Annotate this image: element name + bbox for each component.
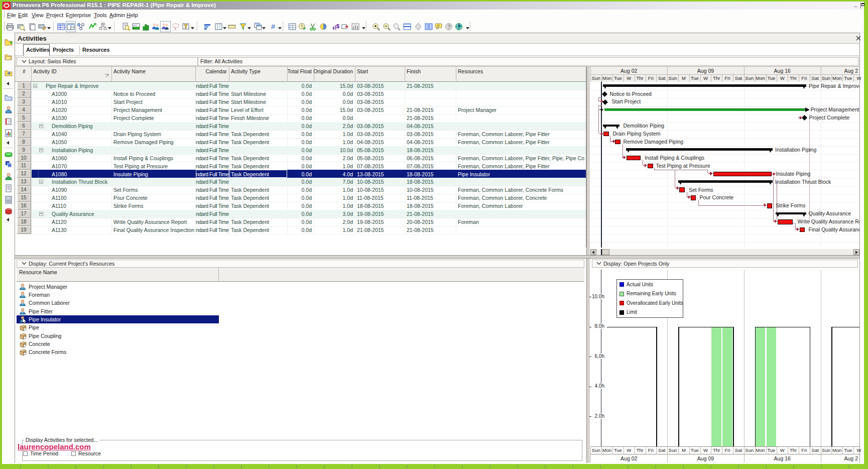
svg-text:$: $ — [336, 23, 339, 29]
svg-text:#: # — [271, 23, 275, 31]
svg-text:?: ? — [458, 24, 461, 30]
svg-text:?: ? — [448, 24, 451, 30]
